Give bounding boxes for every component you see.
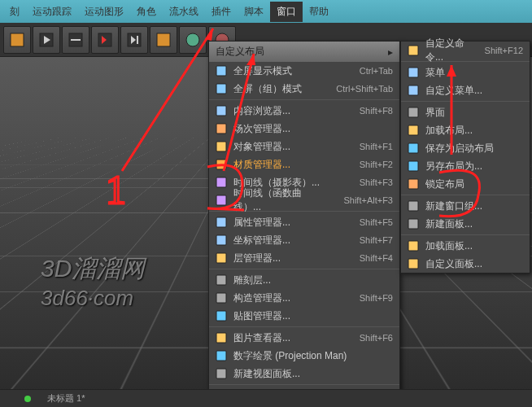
menu-item-label: 自定义菜单... xyxy=(425,84,523,98)
timeline-icon xyxy=(214,176,229,189)
menu-item[interactable]: 新建视图面板... xyxy=(209,365,399,383)
menu-item[interactable]: 全屏（组）模式Ctrl+Shift+Tab xyxy=(209,80,399,98)
chevron-right-icon: ▸ xyxy=(388,46,393,58)
status-text: 未标题 1* xyxy=(47,392,85,405)
svg-rect-27 xyxy=(216,333,226,343)
svg-rect-23 xyxy=(216,253,226,263)
menu-item-label: 对象管理器... xyxy=(233,140,343,154)
menu-item-label: 新建窗口组... xyxy=(425,199,523,213)
menu-item-label: 保存为启动布局 xyxy=(425,142,523,155)
svg-rect-4 xyxy=(71,39,81,41)
menubar[interactable]: 刻运动跟踪运动图形角色流水线插件脚本窗口帮助 xyxy=(0,0,532,23)
svg-rect-20 xyxy=(216,195,226,205)
layer-icon xyxy=(214,252,229,265)
toolbar-button[interactable] xyxy=(33,26,60,54)
svg-rect-38 xyxy=(408,161,418,171)
menubar-item[interactable]: 帮助 xyxy=(303,2,335,22)
menu-item[interactable]: 构造管理器...Shift+F9 xyxy=(209,289,399,307)
layout-submenu[interactable]: 自定义命令...Shift+F12菜单自定义菜单...界面加载布局...保存为启… xyxy=(400,41,530,274)
toolbar-button[interactable] xyxy=(91,26,119,54)
svg-rect-33 xyxy=(408,68,418,77)
menu-item-label: 界面 xyxy=(425,106,523,120)
toolbar-button[interactable] xyxy=(179,26,207,54)
svg-rect-13 xyxy=(216,66,226,76)
statusbar: 未标题 1* xyxy=(0,389,532,407)
menu-item[interactable]: 对象管理器...Shift+F1 xyxy=(209,138,399,155)
menu-item-label: 自定义命令... xyxy=(425,37,469,64)
coord-icon xyxy=(214,234,229,247)
svg-rect-37 xyxy=(408,143,418,153)
menubar-item[interactable]: 插件 xyxy=(205,2,238,22)
menu-item-shortcut: Shift+F3 xyxy=(360,177,393,187)
window-menu[interactable]: 自定义布局▸ 全屏显示模式Ctrl+Tab全屏（组）模式Ctrl+Shift+T… xyxy=(208,41,400,407)
menu-item[interactable]: 保存为启动布局 xyxy=(401,139,530,157)
menu-item[interactable]: 自定义菜单... xyxy=(401,81,530,99)
menubar-item[interactable]: 刻 xyxy=(3,2,26,22)
menubar-item[interactable]: 运动跟踪 xyxy=(26,2,78,22)
menu-item-shortcut: Shift+F1 xyxy=(360,142,393,151)
menu-item[interactable]: 加载面板... xyxy=(401,237,530,255)
menu-item[interactable]: 自定义面板... xyxy=(401,255,530,273)
fullscreen2-icon xyxy=(214,82,229,95)
menu-item[interactable]: 界面 xyxy=(401,103,530,121)
menu-item[interactable]: 数字绘景 (Projection Man) xyxy=(209,347,399,365)
menu-item[interactable]: 全屏显示模式Ctrl+Tab xyxy=(209,62,399,80)
save-icon xyxy=(406,142,421,155)
menu-item-label: 场次管理器... xyxy=(233,122,393,136)
toolbar-button[interactable] xyxy=(150,26,177,54)
menu-item-shortcut: Shift+F4 xyxy=(360,253,393,263)
svg-rect-24 xyxy=(216,275,226,285)
texture-icon xyxy=(214,309,229,322)
menu-item-label: 加载布局... xyxy=(425,124,523,138)
menu-item-label: 新建视图面板... xyxy=(233,367,393,381)
menubar-item[interactable]: 流水线 xyxy=(163,2,205,22)
menu-item[interactable]: 新建面板... xyxy=(401,215,530,233)
proj-icon xyxy=(214,349,229,362)
menu-item[interactable]: 另存布局为... xyxy=(401,157,530,175)
svg-rect-10 xyxy=(157,33,170,46)
menu-item[interactable]: 图片查看器...Shift+F6 xyxy=(209,329,399,347)
menubar-item[interactable]: 窗口 xyxy=(270,2,303,22)
menu-item[interactable]: 锁定布局 xyxy=(401,175,530,193)
sculpt-icon xyxy=(214,274,229,287)
menu-item-label: 构造管理器... xyxy=(233,291,343,305)
menu-item[interactable]: 属性管理器...Shift+F5 xyxy=(209,213,399,231)
menu-item[interactable]: 贴图管理器... xyxy=(209,307,399,325)
svg-rect-41 xyxy=(408,219,418,229)
menu-item[interactable]: 加载布局... xyxy=(401,121,530,139)
menubar-item[interactable]: 角色 xyxy=(130,2,163,22)
menu-item[interactable]: 内容浏览器...Shift+F8 xyxy=(209,102,399,120)
menu-item[interactable]: 雕刻层... xyxy=(209,271,399,289)
menu-item-label: 加载面板... xyxy=(425,239,523,253)
menu-item-shortcut: Shift+Alt+F3 xyxy=(343,195,393,205)
menu-item[interactable]: 自定义命令...Shift+F12 xyxy=(401,42,530,59)
toolbar-button[interactable] xyxy=(120,26,148,54)
menu-item[interactable]: 坐标管理器...Shift+F7 xyxy=(209,231,399,249)
menu-icon xyxy=(406,66,421,79)
menu-item-label: 时间线（函数曲线）... xyxy=(233,186,327,214)
svg-rect-19 xyxy=(216,177,226,187)
pic-icon xyxy=(214,331,229,344)
menu-item-shortcut: Shift+F7 xyxy=(360,235,393,245)
menu-item-shortcut: Shift+F9 xyxy=(360,293,393,303)
submenu-header[interactable]: 自定义布局▸ xyxy=(209,42,399,62)
svg-rect-36 xyxy=(408,125,418,135)
svg-rect-40 xyxy=(408,201,418,211)
toolbar-button[interactable] xyxy=(62,26,89,54)
svg-rect-17 xyxy=(216,142,226,151)
menubar-item[interactable]: 脚本 xyxy=(238,2,270,22)
menu-item[interactable]: 时间线（函数曲线）...Shift+Alt+F3 xyxy=(209,191,399,209)
wgroup-icon xyxy=(406,199,421,212)
menu-item-label: 自定义面板... xyxy=(425,257,523,271)
menu-item[interactable]: 层管理器...Shift+F4 xyxy=(209,249,399,267)
menu-item[interactable]: 菜单 xyxy=(401,63,530,81)
menu-item[interactable]: 场次管理器... xyxy=(209,120,399,138)
menu-item[interactable]: 材质管理器...Shift+F2 xyxy=(209,155,399,173)
menubar-item[interactable]: 运动图形 xyxy=(78,2,130,22)
menu-item[interactable]: 新建窗口组... xyxy=(401,197,530,215)
menu-item-shortcut: Ctrl+Shift+Tab xyxy=(336,84,393,94)
toolbar-button[interactable] xyxy=(3,26,31,54)
svg-rect-21 xyxy=(216,217,226,227)
svg-rect-15 xyxy=(216,106,226,116)
attr-icon xyxy=(214,216,229,229)
